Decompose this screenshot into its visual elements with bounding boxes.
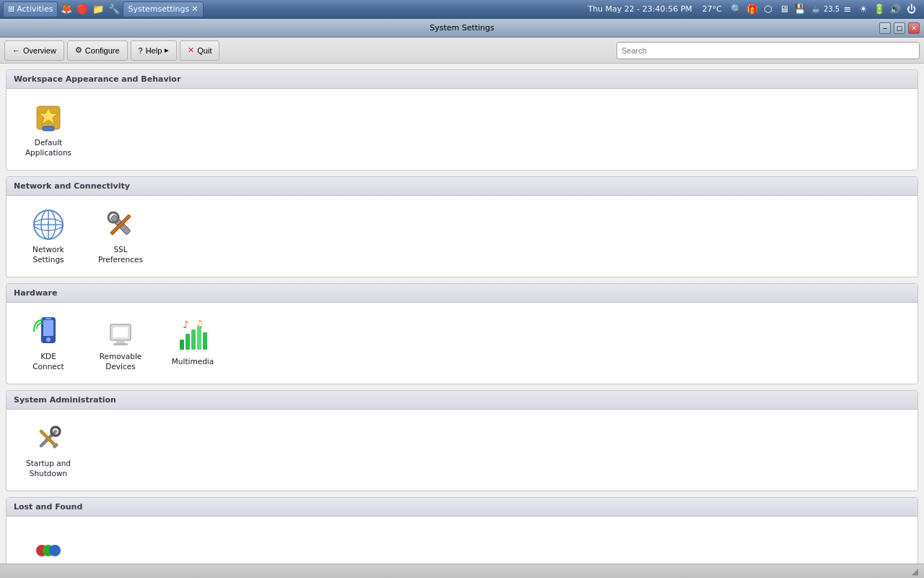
- section-lost-found: Lost and Found Activities: [6, 497, 918, 564]
- svg-point-13: [46, 337, 51, 342]
- app-icon-activities[interactable]: Activities: [14, 522, 83, 564]
- close-button[interactable]: ✕: [908, 22, 920, 34]
- section-network: Network and Connectivity NetworkSettings: [6, 176, 918, 277]
- main-content: Workspace Appearance and Behavior Defaul…: [0, 64, 924, 564]
- svg-rect-21: [191, 329, 196, 350]
- network-settings-icon: [31, 207, 66, 242]
- app-icon-default-applications[interactable]: DefaultApplications: [14, 95, 83, 164]
- taskbar-temp: 27°C: [699, 4, 725, 14]
- svg-point-32: [49, 545, 61, 556]
- configure-icon: ⚙: [75, 46, 82, 55]
- taskbar-bluetooth-icon[interactable]: ⬡: [761, 2, 775, 17]
- help-button[interactable]: ? Help ▸: [131, 40, 178, 61]
- multimedia-label: Multimedia: [172, 357, 214, 367]
- section-lost-found-header: Lost and Found: [6, 498, 918, 517]
- taskbar-list-icon: ≡: [840, 2, 855, 17]
- taskbar-app-btn[interactable]: Systemsettings ✕: [123, 1, 203, 17]
- section-workspace: Workspace Appearance and Behavior Defaul…: [6, 69, 918, 171]
- app-icon-network-settings[interactable]: NetworkSettings: [14, 202, 83, 271]
- kde-connect-icon: [31, 314, 66, 349]
- taskbar-battery-icon[interactable]: 🔋: [872, 2, 886, 17]
- section-hardware-header: Hardware: [6, 284, 918, 303]
- removable-devices-label: RemovableDevices: [100, 352, 142, 371]
- window-title: System Settings: [430, 23, 494, 33]
- taskbar-browser-icon[interactable]: 🦊: [59, 2, 74, 17]
- svg-rect-16: [113, 327, 128, 337]
- svg-text:♪: ♪: [183, 319, 189, 330]
- multimedia-icon: ♪ ♫: [175, 319, 210, 354]
- section-network-content: NetworkSettings: [6, 196, 918, 277]
- svg-text:♫: ♫: [196, 319, 204, 329]
- taskbar-brightness-icon[interactable]: ☀: [856, 2, 871, 17]
- taskbar-close-icon: ✕: [191, 4, 198, 14]
- default-applications-icon: [31, 100, 66, 135]
- resize-handle[interactable]: ◢: [912, 566, 918, 577]
- titlebar: System Settings − □ ✕: [0, 19, 924, 38]
- svg-rect-14: [45, 318, 51, 319]
- svg-rect-18: [113, 343, 128, 345]
- activities-icon: [31, 533, 66, 564]
- window-controls: − □ ✕: [879, 22, 920, 34]
- section-system-admin-content: Startup andShutdown: [6, 410, 918, 491]
- default-applications-label: DefaultApplications: [25, 138, 71, 158]
- taskbar-activities[interactable]: ⊞ Activities: [3, 1, 58, 17]
- svg-rect-23: [203, 332, 207, 350]
- ssl-preferences-icon: [103, 207, 138, 242]
- section-hardware-content: KDEConnect RemovableDevices: [6, 303, 918, 384]
- maximize-button[interactable]: □: [894, 22, 905, 34]
- section-lost-found-content: Activities: [6, 517, 918, 564]
- app-icon-startup-shutdown[interactable]: Startup andShutdown: [14, 415, 83, 485]
- network-settings-label: NetworkSettings: [32, 245, 64, 264]
- section-system-admin: System Administration: [6, 390, 918, 491]
- taskbar: ⊞ Activities 🦊 🔴 📁 🔧 Systemsettings ✕ Th…: [0, 0, 924, 19]
- configure-button[interactable]: ⚙ Configure: [67, 40, 128, 61]
- taskbar-num-icon: 23.5: [824, 2, 839, 17]
- taskbar-search-icon[interactable]: 🔍: [729, 2, 744, 17]
- quit-button[interactable]: ✕ Quit: [180, 40, 219, 61]
- help-arrow-icon: ▸: [165, 46, 169, 55]
- section-workspace-header: Workspace Appearance and Behavior: [6, 70, 918, 89]
- section-network-header: Network and Connectivity: [6, 177, 918, 196]
- taskbar-firefox-icon[interactable]: 🔴: [75, 2, 90, 17]
- svg-rect-2: [43, 126, 54, 131]
- help-icon: ?: [139, 46, 143, 55]
- quit-icon: ✕: [188, 46, 194, 55]
- search-input[interactable]: [616, 42, 920, 59]
- taskbar-gift-icon[interactable]: 🎁: [745, 2, 759, 17]
- taskbar-power-icon[interactable]: ⏻: [904, 2, 918, 17]
- svg-rect-22: [197, 327, 201, 350]
- svg-rect-20: [186, 334, 190, 350]
- kde-connect-label: KDEConnect: [32, 352, 64, 371]
- overview-button[interactable]: ← Overview: [4, 40, 64, 61]
- app-icon-removable-devices[interactable]: RemovableDevices: [86, 309, 155, 378]
- svg-rect-17: [116, 340, 125, 343]
- ssl-preferences-label: SSLPreferences: [98, 245, 143, 264]
- taskbar-storage-icon[interactable]: 💾: [793, 2, 807, 17]
- taskbar-tools-icon[interactable]: 🔧: [107, 2, 121, 17]
- app-icon-ssl-preferences[interactable]: SSLPreferences: [86, 202, 155, 271]
- taskbar-app-icon[interactable]: 📁: [91, 2, 105, 17]
- startup-shutdown-label: Startup andShutdown: [26, 459, 71, 478]
- statusbar: ◢: [0, 564, 924, 578]
- removable-devices-icon: [103, 314, 138, 349]
- app-icon-kde-connect[interactable]: KDEConnect: [14, 309, 83, 378]
- taskbar-monitor-icon[interactable]: 🖥: [777, 2, 791, 17]
- section-workspace-content: DefaultApplications: [6, 89, 918, 170]
- svg-rect-12: [43, 320, 53, 336]
- section-system-admin-header: System Administration: [6, 391, 918, 410]
- app-icon-multimedia[interactable]: ♪ ♫ Multimedia: [158, 309, 227, 378]
- overview-icon: ←: [12, 46, 20, 55]
- taskbar-coffee-icon[interactable]: ☕: [808, 2, 823, 17]
- section-hardware: Hardware KDEConnect: [6, 283, 918, 384]
- minimize-button[interactable]: −: [879, 22, 891, 34]
- taskbar-volume-icon[interactable]: 🔊: [888, 2, 902, 17]
- toolbar: ← Overview ⚙ Configure ? Help ▸ ✕ Quit: [0, 38, 924, 64]
- svg-rect-19: [180, 340, 184, 350]
- taskbar-clock: Thu May 22 - 23:40:56 PM: [582, 4, 697, 14]
- startup-shutdown-icon: [31, 421, 66, 456]
- taskbar-systray: 🔍 🎁 ⬡ 🖥 💾 ☕ 23.5 ≡ ☀ 🔋 🔊 ⏻: [726, 2, 921, 17]
- activities-icon: ⊞: [8, 4, 14, 14]
